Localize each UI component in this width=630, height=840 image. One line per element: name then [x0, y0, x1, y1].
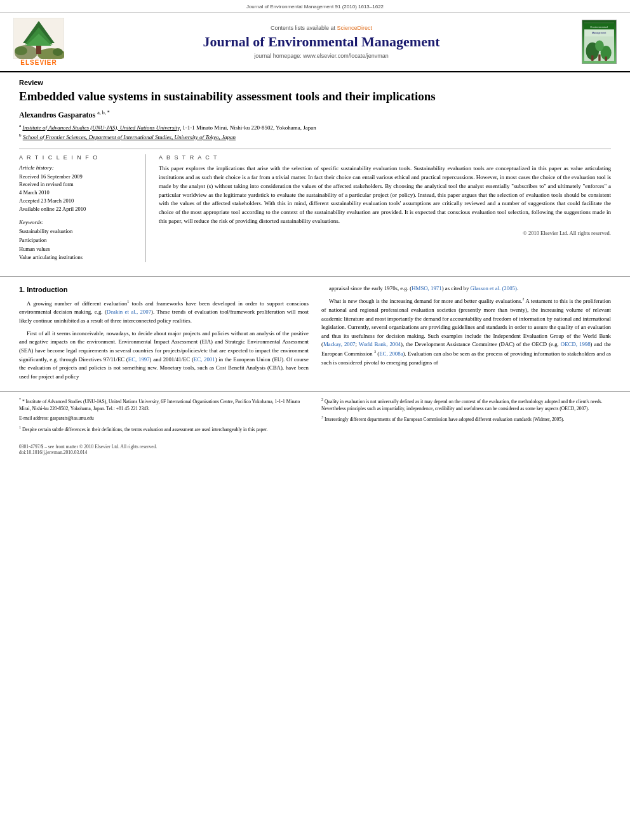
article-body: Review Embedded value systems in sustain… [0, 72, 630, 269]
intro-para-4: What is new though is the increasing dem… [321, 297, 611, 367]
journal-title: Journal of Environmental Management [67, 34, 575, 50]
oecd1998-ref[interactable]: OECD, 1998 [561, 341, 591, 347]
doi-line: doi:10.1016/j.jenvman.2010.03.014 [19, 450, 611, 455]
history-received: Received 16 September 2009 [19, 173, 135, 181]
keyword-2: Participation [19, 236, 135, 245]
history-online: Available online 22 April 2010 [19, 205, 135, 213]
main-column-1: 1. Introduction A growing number of diff… [19, 284, 309, 385]
keyword-1: Sustainability evaluation [19, 227, 135, 236]
abstract-header: A B S T R A C T [159, 154, 611, 161]
footnotes-area: * * Institute of Advanced Studies (UNU-J… [0, 391, 630, 440]
journal-citation-bar: Journal of Environmental Management 91 (… [0, 0, 630, 13]
journal-thumbnail: Environmental Management [582, 20, 620, 64]
abstract-paragraph: This paper explores the implications tha… [159, 164, 611, 227]
section-1-title: 1. Introduction [19, 284, 309, 295]
elsevier-logo-area: ELSEVIER [10, 18, 67, 66]
svg-point-8 [53, 48, 63, 56]
hmso-ref[interactable]: HMSO, 1971 [412, 285, 441, 291]
history-revised-label: Received in revised form [19, 180, 135, 189]
affiliation-a: a Institute of Advanced Studies (UNU-JAS… [19, 123, 611, 133]
elsevier-brand-text: ELSEVIER [20, 59, 57, 66]
journal-center: Contents lists available at ScienceDirec… [67, 25, 575, 59]
main-columns: 1. Introduction A growing number of diff… [0, 284, 630, 385]
footnote-star: * * Institute of Advanced Studies (UNU-J… [19, 397, 309, 412]
journal-homepage: journal homepage: www.elsevier.com/locat… [67, 53, 575, 59]
section-divider [0, 276, 630, 277]
article-title: Embedded value systems in sustainability… [19, 89, 611, 105]
sciencedirect-link[interactable]: ScienceDirect [337, 25, 373, 31]
footnotes-layout: * * Institute of Advanced Studies (UNU-J… [19, 397, 611, 435]
main-column-2: appraisal since the early 1970s, e.g. (H… [321, 284, 611, 385]
svg-rect-19 [598, 55, 600, 61]
affiliation-b: b School of Frontier Sciences, Departmen… [19, 132, 611, 142]
worldbank-ref[interactable]: World Bank, 2004 [359, 341, 401, 347]
glasson-ref[interactable]: Glasson et al. (2005) [471, 285, 517, 291]
elsevier-logo-img: ELSEVIER [10, 18, 67, 66]
elsevier-tree-icon [13, 18, 64, 59]
svg-rect-17 [605, 57, 607, 61]
footnote-1: 1 Despite certain subtle differences in … [19, 425, 309, 433]
affiliations: a Institute of Advanced Studies (UNU-JAS… [19, 123, 611, 142]
intro-para-3: appraisal since the early 1970s, e.g. (H… [321, 284, 611, 293]
author-line: Alexandros Gasparatos a, b, * [19, 110, 611, 120]
bottom-bar: 0301-4797/$ – see front matter © 2010 El… [0, 440, 630, 459]
copyright-line: © 2010 Elsevier Ltd. All rights reserved… [159, 230, 611, 236]
abstract-text: This paper explores the implications tha… [159, 164, 611, 227]
svg-point-7 [15, 46, 27, 55]
keyword-4: Value articulating institutions [19, 253, 135, 262]
issn-line: 0301-4797/$ – see front matter © 2010 El… [19, 444, 611, 450]
footnotes-right-col: 2 Quality in evaluation is not universal… [321, 397, 611, 435]
page: Journal of Environmental Management 91 (… [0, 0, 630, 840]
journal-cover-image: Environmental Management [582, 20, 617, 64]
ec1997-ref[interactable]: EC, 1997 [128, 356, 150, 363]
deakin-ref[interactable]: Deakin et al., 2007 [107, 309, 151, 315]
svg-text:Management: Management [592, 32, 607, 34]
footnote-2: 2 Quality in evaluation is not universal… [321, 397, 611, 412]
article-type-label: Review [19, 79, 611, 86]
article-info-header: A R T I C L E I N F O [19, 154, 135, 161]
footnote-3: 3 Interestingly different departments of… [321, 415, 611, 423]
article-info-column: A R T I C L E I N F O Article history: R… [19, 154, 146, 262]
footnote-email: E-mail address: gasparats@ias.unu.edu [19, 415, 309, 422]
history-accepted: Accepted 23 March 2010 [19, 197, 135, 205]
intro-text-col2: appraisal since the early 1970s, e.g. (H… [321, 284, 611, 367]
svg-rect-16 [591, 55, 593, 61]
ec2008-ref[interactable]: EC, 2008a [379, 350, 403, 357]
intro-para-1: A growing number of different evaluation… [19, 299, 309, 326]
keywords-section: Keywords: Sustainability evaluation Part… [19, 219, 135, 262]
intro-text-col1: A growing number of different evaluation… [19, 299, 309, 382]
journal-header: ELSEVIER Contents lists available at Sci… [0, 13, 630, 72]
history-label: Article history: [19, 164, 135, 171]
history-revised-date: 4 March 2010 [19, 189, 135, 197]
citation-text: Journal of Environmental Management 91 (… [246, 4, 384, 10]
mackay-ref[interactable]: Mackay, 2007 [323, 341, 356, 347]
article-history: Article history: Received 16 September 2… [19, 164, 135, 213]
svg-point-18 [595, 40, 604, 51]
info-columns: A R T I C L E I N F O Article history: R… [19, 149, 611, 262]
footnotes-left-col: * * Institute of Advanced Studies (UNU-J… [19, 397, 309, 435]
abstract-column: A B S T R A C T This paper explores the … [159, 154, 611, 262]
author-name: Alexandros Gasparatos [19, 110, 95, 119]
svg-text:Environmental: Environmental [590, 25, 607, 29]
keywords-label: Keywords: [19, 219, 135, 225]
author-superscript: a, b, * [97, 110, 110, 116]
intro-para-2: First of all it seems inconceivable, now… [19, 330, 309, 382]
keyword-3: Human values [19, 245, 135, 254]
ec2001-ref[interactable]: EC, 2001 [194, 356, 215, 363]
sciencedirect-line: Contents lists available at ScienceDirec… [67, 25, 575, 31]
